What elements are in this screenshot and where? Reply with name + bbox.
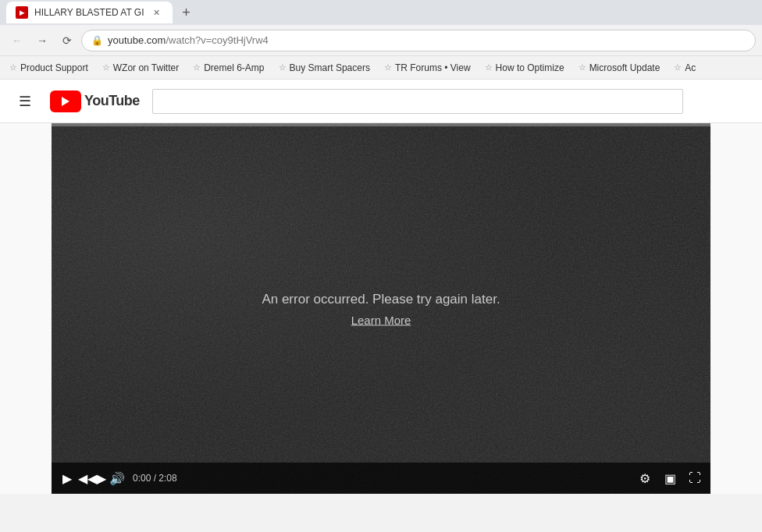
url-display: youtube.com/watch?v=coy9tHjVrw4 bbox=[108, 34, 746, 46]
lock-icon: 🔒 bbox=[91, 35, 103, 46]
bookmark-label: WZor on Twitter bbox=[113, 62, 179, 73]
bookmark-label: Buy Smart Spacers bbox=[290, 62, 370, 73]
new-tab-button[interactable]: + bbox=[176, 2, 198, 23]
play-triangle-icon bbox=[62, 97, 69, 106]
play-button[interactable]: ▶ bbox=[58, 469, 77, 488]
back-button[interactable]: ← bbox=[6, 30, 28, 51]
star-icon: ☆ bbox=[9, 62, 17, 73]
bookmark-label: Product Support bbox=[20, 62, 88, 73]
settings-button[interactable]: ⚙ bbox=[636, 469, 654, 488]
learn-more-link[interactable]: Learn More bbox=[262, 313, 500, 326]
player-controls: ▶ ◀◀▶ 🔊 0:00 / 2:08 ⚙ ▣ ⛶ bbox=[52, 463, 710, 494]
star-icon: ☆ bbox=[485, 62, 493, 73]
bookmark-dremel[interactable]: ☆ Dremel 6-Amp bbox=[187, 61, 270, 75]
star-icon: ☆ bbox=[384, 62, 392, 73]
error-message: An error occurred. Please try again late… bbox=[262, 291, 500, 307]
bookmark-product-support[interactable]: ☆ Product Support bbox=[3, 61, 94, 75]
fullscreen-button[interactable]: ⛶ bbox=[685, 469, 704, 488]
star-icon: ☆ bbox=[674, 62, 682, 73]
address-bar[interactable]: 🔒 youtube.com/watch?v=coy9tHjVrw4 bbox=[81, 30, 756, 51]
player-error-overlay: An error occurred. Please try again late… bbox=[262, 291, 500, 326]
search-input[interactable] bbox=[152, 89, 683, 114]
next-button[interactable]: ◀◀▶ bbox=[83, 469, 101, 488]
url-domain: youtube.com bbox=[108, 34, 166, 46]
active-tab[interactable]: ▶ HILLARY BLASTED AT GI ✕ bbox=[6, 2, 173, 23]
bookmark-label: Dremel 6-Amp bbox=[204, 62, 264, 73]
page-content: An error occurred. Please try again late… bbox=[0, 123, 762, 494]
youtube-logo-text: YouTube bbox=[84, 93, 140, 109]
bookmark-buy-smart-spacers[interactable]: ☆ Buy Smart Spacers bbox=[272, 61, 376, 75]
bookmark-tr-forums[interactable]: ☆ TR Forums • View bbox=[378, 61, 477, 75]
youtube-logo-icon bbox=[50, 90, 81, 112]
theater-mode-button[interactable]: ▣ bbox=[661, 469, 679, 488]
bookmark-wzor-twitter[interactable]: ☆ WZor on Twitter bbox=[96, 61, 185, 75]
player-container: An error occurred. Please try again late… bbox=[52, 123, 710, 494]
bookmark-label: TR Forums • View bbox=[395, 62, 471, 73]
bookmark-how-to-optimize[interactable]: ☆ How to Optimize bbox=[479, 61, 571, 75]
star-icon: ☆ bbox=[279, 62, 287, 73]
bookmark-label: How to Optimize bbox=[496, 62, 564, 73]
tab-close-button[interactable]: ✕ bbox=[151, 6, 163, 19]
forward-button[interactable]: → bbox=[31, 30, 53, 51]
star-icon: ☆ bbox=[193, 62, 201, 73]
bookmark-microsoft-update[interactable]: ☆ Microsoft Update bbox=[572, 61, 667, 75]
bookmark-ac[interactable]: ☆ Ac bbox=[668, 61, 702, 75]
bookmarks-bar: ☆ Product Support ☆ WZor on Twitter ☆ Dr… bbox=[0, 56, 762, 80]
star-icon: ☆ bbox=[102, 62, 110, 73]
time-display: 0:00 / 2:08 bbox=[133, 473, 177, 484]
youtube-logo[interactable]: YouTube bbox=[50, 90, 140, 112]
nav-bar: ← → ⟳ 🔒 youtube.com/watch?v=coy9tHjVrw4 bbox=[0, 25, 762, 56]
menu-icon[interactable]: ☰ bbox=[12, 87, 37, 116]
title-bar: ▶ HILLARY BLASTED AT GI ✕ + bbox=[0, 0, 762, 25]
bookmark-label: Ac bbox=[685, 62, 696, 73]
tab-favicon: ▶ bbox=[16, 6, 28, 19]
mute-button[interactable]: 🔊 bbox=[108, 469, 126, 488]
bookmark-label: Microsoft Update bbox=[589, 62, 661, 73]
star-icon: ☆ bbox=[579, 62, 586, 73]
video-player: An error occurred. Please try again late… bbox=[52, 123, 710, 494]
progress-bar[interactable] bbox=[52, 123, 710, 126]
tab-title: HILLARY BLASTED AT GI bbox=[34, 7, 144, 18]
url-path: /watch?v=coy9tHjVrw4 bbox=[166, 34, 268, 46]
reload-button[interactable]: ⟳ bbox=[56, 30, 78, 51]
youtube-header: ☰ YouTube bbox=[0, 80, 762, 123]
